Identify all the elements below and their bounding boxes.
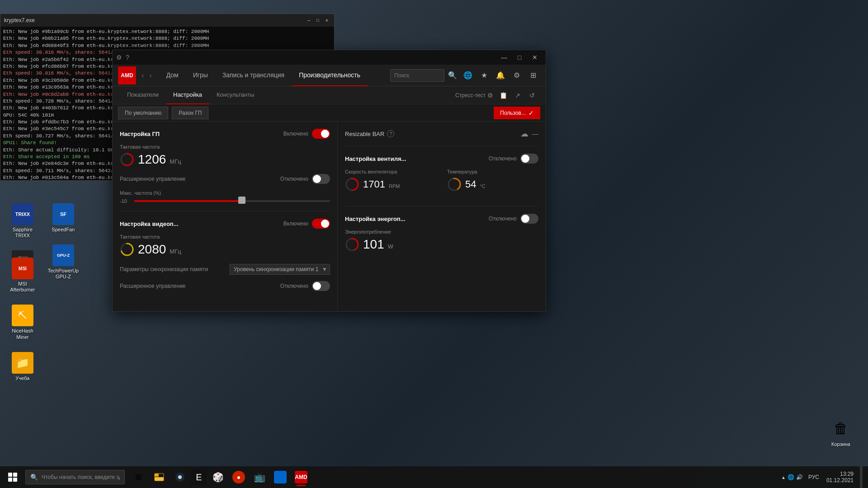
resizable-bar-controls: ☁ —: [520, 129, 538, 139]
nav-icons: 🌐 ★ 🔔 ⚙ ⊞: [461, 68, 540, 83]
power-value-row: 101 W: [345, 237, 538, 252]
taskbar-app-red2[interactable]: ●: [229, 467, 249, 487]
desktop-icon-msi[interactable]: MSI MSIAfterburner: [5, 258, 41, 293]
search-input[interactable]: [390, 69, 444, 82]
desktop: kryptex7.exe — □ ✕ Eth: New job #9b1a99c…: [0, 0, 868, 488]
titlebar-help-icon[interactable]: ?: [126, 54, 129, 61]
mem-sync-dropdown[interactable]: Уровень синхронизации памяти 1: [230, 264, 330, 275]
amd-minimize-btn[interactable]: —: [497, 51, 511, 64]
fan-speed-unit: RPM: [389, 183, 400, 189]
resizable-bar-row: Resizable BAR ? ☁ —: [345, 129, 538, 139]
nav-arrows: ‹ ›: [140, 70, 154, 81]
divider-1: [120, 211, 330, 211]
language-label: РУС: [808, 474, 819, 480]
taskbar-right: ▲ 🌐 🔊 РУС 13:29 01.12.2021: [779, 466, 866, 488]
network-icon[interactable]: 🌐: [788, 474, 794, 480]
taskbar-app-steam[interactable]: [170, 467, 190, 487]
taskbar-start-btn[interactable]: [2, 466, 24, 488]
terminal-close-btn[interactable]: ✕: [323, 17, 330, 24]
desktop-icon-speedfan[interactable]: SF SpeedFan: [45, 203, 81, 233]
nav-item-home[interactable]: Дом: [159, 65, 186, 86]
taskbar-app-taskview[interactable]: ⊞: [128, 467, 148, 487]
resizable-bar-cloud-icon[interactable]: ☁: [520, 129, 528, 139]
resizable-bar-info-icon[interactable]: ?: [387, 130, 394, 137]
power-tuning-toggle[interactable]: [520, 214, 538, 224]
nav-item-streaming[interactable]: Запись и трансляция: [215, 65, 292, 86]
nav-forward-btn[interactable]: ›: [147, 70, 153, 81]
explorer-icon: [154, 472, 165, 483]
gpu-tab-default[interactable]: По умолчанию: [118, 107, 168, 119]
nav-globe-icon[interactable]: 🌐: [461, 68, 475, 83]
fan-speed-value-row: 1701 RPM: [345, 177, 436, 192]
stress-test-icon: ⚙: [487, 92, 493, 99]
subtab-indicators[interactable]: Показатели: [120, 86, 166, 104]
amd-navbar: AMD ‹ › Дом Игры Запись и трансляция Про…: [113, 65, 546, 86]
gpu-custom-btn[interactable]: Пользов... ✓: [494, 107, 540, 119]
nav-item-performance[interactable]: Производительность: [292, 65, 368, 86]
tray-chevron-icon[interactable]: ▲: [781, 475, 786, 480]
gpu-slider-container: -10: [120, 198, 330, 204]
taskbar-app-explorer[interactable]: [149, 467, 169, 487]
desktop-icon-nicehash[interactable]: ⛏ NiceHashMiner: [5, 305, 41, 340]
amd-logo: AMD: [118, 66, 136, 84]
gpu-clock-gauge: [120, 152, 134, 167]
subtab-consultants[interactable]: Консультанты: [209, 86, 262, 104]
terminal-minimize-btn[interactable]: —: [305, 17, 312, 24]
nav-settings-icon[interactable]: ⚙: [509, 68, 524, 83]
volume-icon[interactable]: 🔊: [796, 474, 803, 480]
desktop-icon-recycle[interactable]: 🗑 Корзина: [823, 418, 859, 447]
taskbar-app-blue[interactable]: 📺: [250, 467, 269, 487]
nav-star-icon[interactable]: ★: [477, 68, 491, 83]
temperature-gauge-svg: [447, 177, 462, 192]
amd-restore-btn[interactable]: □: [512, 51, 527, 64]
nav-search: 🔍: [390, 69, 457, 82]
refresh-icon[interactable]: ↺: [526, 89, 538, 102]
svg-rect-1: [155, 477, 164, 481]
fan-tuning-toggle[interactable]: [520, 154, 538, 164]
fan-tuning-header: Настройка вентиля... Отключено: [345, 154, 538, 164]
nav-back-btn[interactable]: ‹: [140, 70, 146, 81]
amd-close-btn[interactable]: ✕: [528, 51, 542, 64]
desktop-icons-col3: MSI MSIAfterburner ⛏ NiceHashMiner 📁 Уче…: [5, 258, 41, 386]
nav-item-games[interactable]: Игры: [186, 65, 215, 86]
search-icon[interactable]: 🔍: [448, 71, 457, 80]
titlebar-settings-icon[interactable]: ⚙: [116, 54, 122, 61]
taskbar-language[interactable]: РУС: [807, 474, 821, 480]
stress-test-btn[interactable]: Стресс-тест ⚙: [455, 92, 493, 99]
taskbar: 🔍 Чтобы начать поиск, введите здесь запр…: [0, 466, 868, 488]
taskbar-search-box[interactable]: 🔍 Чтобы начать поиск, введите здесь запр…: [25, 470, 125, 484]
power-gauge-svg: [345, 237, 359, 252]
taskbar-app-red1[interactable]: 🎲: [208, 467, 228, 487]
vram-clock-gauge: [120, 242, 134, 257]
taskbar-app-epic[interactable]: E: [191, 469, 207, 485]
desktop-icon-ucheba[interactable]: 📁 Учеба: [5, 352, 41, 381]
vram-tuning-toggle[interactable]: [312, 219, 330, 229]
export-icon[interactable]: 📋: [497, 89, 509, 102]
gpu-tuning-status: Включено: [283, 131, 308, 137]
taskbar-app-blue2[interactable]: [270, 467, 290, 487]
clock-time: 13:29: [840, 471, 854, 477]
subtabs-right: Стресс-тест ⚙ 📋 ↗ ↺: [455, 89, 538, 102]
gpu-slider-track[interactable]: [134, 200, 330, 202]
taskbar-app-amd[interactable]: AMD: [291, 467, 311, 487]
gpu-tab-oc[interactable]: Разон ГП: [172, 107, 208, 119]
resizable-bar-value: —: [532, 130, 538, 137]
gpu-advanced-toggle[interactable]: [312, 174, 330, 184]
nav-layout-icon[interactable]: ⊞: [526, 68, 540, 83]
terminal-maximize-btn[interactable]: □: [314, 17, 321, 24]
vram-tuning-knob: [321, 220, 329, 228]
desktop-icon-gpuz[interactable]: GPU-Z TechPowerUpGPU-Z: [45, 244, 81, 280]
vram-advanced-toggle[interactable]: [312, 281, 330, 291]
nav-bell-icon[interactable]: 🔔: [493, 68, 508, 83]
gpu-slider-section: Макс. частота (%) -10: [120, 190, 330, 204]
subtab-settings[interactable]: Настройка: [166, 86, 209, 104]
svg-point-4: [178, 475, 182, 479]
taskbar-clock[interactable]: 13:29 01.12.2021: [823, 471, 857, 483]
gpu-slider-thumb[interactable]: [238, 197, 245, 204]
desktop-icons-col2: SF SpeedFan GPU-Z TechPowerUpGPU-Z: [45, 203, 81, 285]
fan-speed-label: Скорость вентилятора: [345, 169, 436, 174]
desktop-icon-sapphire[interactable]: TRIXX SapphireTRIXX: [5, 203, 41, 239]
gpu-tuning-toggle[interactable]: [312, 129, 330, 139]
share-icon[interactable]: ↗: [511, 89, 524, 102]
show-desktop-btn[interactable]: [860, 466, 863, 488]
